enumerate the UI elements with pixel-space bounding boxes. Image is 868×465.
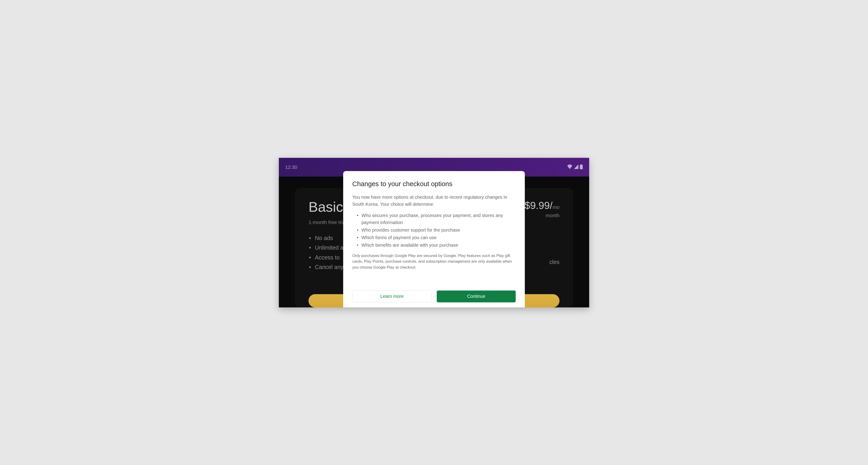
modal-footnote: Only purchases through Google Play are s… — [352, 253, 516, 270]
modal-bullet: Who provides customer support for the pu… — [356, 227, 516, 234]
modal-bullet: Which forms of payment you can use — [356, 234, 516, 241]
continue-button[interactable]: Continue — [437, 291, 516, 302]
modal-bullet: Who secures your purchase, processes you… — [356, 212, 516, 226]
device-frame: 12:30 Basic 1-month free trial $ — [279, 158, 589, 308]
modal-intro-text: You now have more options at checkout, d… — [352, 194, 516, 208]
checkout-options-modal: Changes to your checkout options You now… — [343, 171, 525, 308]
modal-actions: Learn more Continue — [352, 291, 516, 302]
modal-body: You now have more options at checkout, d… — [352, 194, 516, 285]
learn-more-button[interactable]: Learn more — [352, 291, 432, 302]
modal-title: Changes to your checkout options — [352, 180, 516, 188]
modal-bullets: Who secures your purchase, processes you… — [356, 212, 516, 249]
modal-bullet: Which benefits are available with your p… — [356, 242, 516, 249]
